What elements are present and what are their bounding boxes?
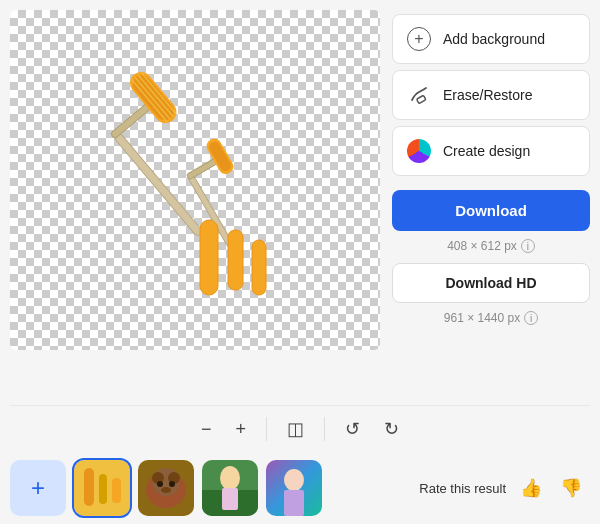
toolbar-divider-1: [266, 417, 267, 441]
svg-rect-34: [284, 490, 304, 516]
right-panel: + Add background Erase/Restore Create de…: [392, 10, 590, 399]
svg-point-26: [169, 481, 175, 487]
svg-point-33: [284, 469, 304, 491]
svg-rect-19: [112, 478, 121, 503]
svg-rect-31: [222, 488, 238, 510]
split-view-button[interactable]: ◫: [283, 414, 308, 444]
zoom-in-icon: +: [236, 419, 247, 440]
svg-point-25: [157, 481, 163, 487]
thumbnail-2[interactable]: [138, 460, 194, 516]
add-background-icon: +: [405, 25, 433, 53]
thumbs-down-button[interactable]: 👎: [556, 475, 586, 501]
create-design-icon: [405, 137, 433, 165]
download-hd-button[interactable]: Download HD: [392, 263, 590, 303]
thumbs-up-button[interactable]: 👍: [516, 475, 546, 501]
svg-rect-0: [114, 132, 204, 237]
download-label: Download: [455, 202, 527, 219]
download-hd-size-info: 961 × 1440 px i: [392, 311, 590, 325]
svg-point-30: [220, 466, 240, 490]
svg-rect-14: [252, 240, 266, 295]
add-icon: +: [31, 474, 45, 502]
erase-restore-label: Erase/Restore: [443, 87, 532, 103]
thumbnail-3[interactable]: [202, 460, 258, 516]
svg-rect-18: [99, 474, 107, 504]
thumbs-up-icon: 👍: [520, 478, 542, 498]
add-thumbnail-button[interactable]: +: [10, 460, 66, 516]
add-background-button[interactable]: + Add background: [392, 14, 590, 64]
svg-rect-17: [84, 468, 94, 506]
download-info-icon[interactable]: i: [521, 239, 535, 253]
erase-restore-button[interactable]: Erase/Restore: [392, 70, 590, 120]
thumbnails-row: +: [0, 452, 600, 524]
add-background-label: Add background: [443, 31, 545, 47]
svg-rect-1: [110, 101, 153, 139]
svg-rect-15: [417, 95, 426, 103]
download-size-info: 408 × 612 px i: [392, 239, 590, 253]
svg-point-27: [161, 487, 171, 493]
zoom-in-button[interactable]: +: [232, 415, 251, 444]
thumbnail-1[interactable]: [74, 460, 130, 516]
download-hd-size-text: 961 × 1440 px: [444, 311, 520, 325]
zoom-out-button[interactable]: −: [197, 415, 216, 444]
undo-icon: ↺: [345, 418, 360, 440]
erase-restore-icon: [405, 81, 433, 109]
toolbar-divider-2: [324, 417, 325, 441]
create-design-button[interactable]: Create design: [392, 126, 590, 176]
redo-icon: ↻: [384, 418, 399, 440]
download-hd-info-icon[interactable]: i: [524, 311, 538, 325]
download-size-text: 408 × 612 px: [447, 239, 517, 253]
canvas-container: [10, 10, 380, 350]
split-view-icon: ◫: [287, 418, 304, 440]
create-design-label: Create design: [443, 143, 530, 159]
rate-section: Rate this result 👍 👎: [419, 475, 590, 501]
canvas-image: [45, 35, 345, 325]
svg-rect-13: [228, 230, 243, 290]
thumbnail-4[interactable]: [266, 460, 322, 516]
toolbar: − + ◫ ↺ ↻: [10, 405, 590, 452]
download-hd-label: Download HD: [446, 275, 537, 291]
undo-button[interactable]: ↺: [341, 414, 364, 444]
svg-rect-12: [200, 220, 218, 295]
main-area: + Add background Erase/Restore Create de…: [0, 0, 600, 399]
redo-button[interactable]: ↻: [380, 414, 403, 444]
rate-label: Rate this result: [419, 481, 506, 496]
download-button[interactable]: Download: [392, 190, 590, 231]
zoom-out-icon: −: [201, 419, 212, 440]
thumbs-down-icon: 👎: [560, 478, 582, 498]
